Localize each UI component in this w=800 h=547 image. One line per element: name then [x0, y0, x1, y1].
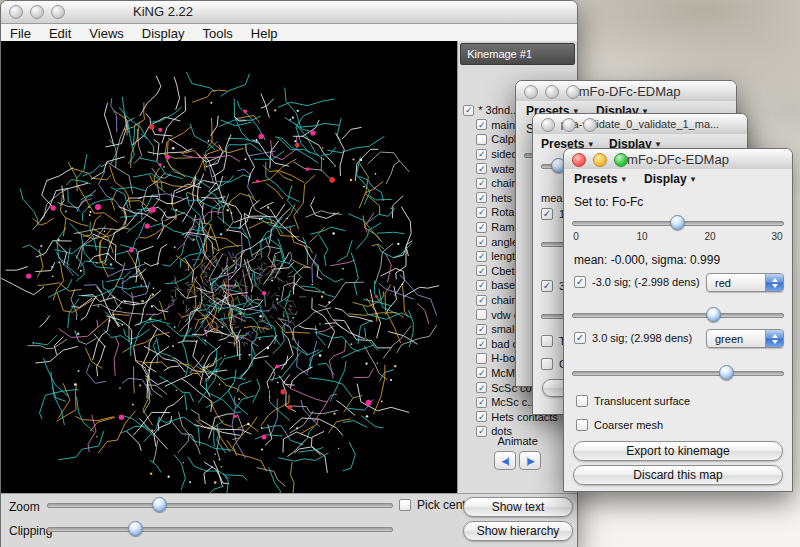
main-window-titlebar[interactable]: KiNG 2.22 [1, 1, 577, 24]
zoom-slider[interactable] [47, 497, 393, 511]
high-contour-checkbox[interactable]: ✓ [541, 280, 553, 292]
kinemage-item-checkbox[interactable]: ✓ [476, 192, 487, 203]
slider-track[interactable] [572, 313, 784, 318]
slider-thumb[interactable] [719, 365, 734, 380]
low-contour-option[interactable]: ✓ 1 [541, 208, 565, 220]
menu-tools[interactable]: Tools [193, 24, 241, 42]
coarser-mesh-checkbox[interactable] [541, 358, 553, 370]
menu-display[interactable]: Display [133, 24, 194, 42]
minimize-button[interactable] [545, 85, 559, 99]
kinemage-item-checkbox[interactable] [476, 134, 487, 145]
kinemage-item-checkbox[interactable]: ✓ [476, 163, 487, 174]
low-contour-checkbox[interactable]: ✓ [541, 208, 553, 220]
kinemage-item-checkbox[interactable]: ✓ [476, 207, 487, 218]
kinemage-item-checkbox[interactable]: ✓ [476, 411, 487, 422]
zoom-slider-thumb[interactable] [152, 497, 167, 512]
high-contour-option[interactable]: ✓ 3.0 sig; (2.998 dens) [574, 332, 692, 344]
clipping-label: Clipping [9, 524, 52, 538]
kinemage-item-checkbox[interactable]: ✓ [476, 397, 487, 408]
window-titlebar[interactable]: mFo-DFc-EDMap [564, 149, 792, 170]
display-menu[interactable]: Display ▾ [644, 172, 695, 186]
close-button[interactable] [9, 5, 23, 19]
animate-section: Animate ◀| |▶ [458, 435, 577, 470]
window-titlebar[interactable]: pka-validate_0_validate_1_ma... [533, 114, 747, 135]
kinemage-item-checkbox[interactable]: ✓ [476, 222, 487, 233]
low-contour-option[interactable]: ✓ -3.0 sig; (-2.998 dens) [574, 276, 700, 288]
zoom-label: Zoom [9, 500, 40, 514]
low-contour-checkbox[interactable]: ✓ [574, 276, 586, 288]
kinemage-item-checkbox[interactable]: ✓ [476, 178, 487, 189]
low-contour-label: -3.0 sig; (-2.998 dens) [592, 276, 700, 288]
discard-map-button[interactable]: Discard this map [573, 465, 783, 485]
slider-track[interactable] [572, 371, 784, 376]
window-content: Presets ▾ Display ▾ Set to: Fo-Fc 0 10 2… [564, 169, 792, 491]
zoom-button[interactable] [566, 85, 580, 99]
menu-help[interactable]: Help [242, 24, 287, 42]
molecule-canvas[interactable] [1, 41, 457, 493]
kinemage-item-checkbox[interactable]: ✓ [476, 265, 487, 276]
translucent-option[interactable]: Translucent surface [576, 395, 690, 407]
show-hierarchy-button[interactable]: Show hierarchy [463, 521, 573, 541]
window-controls [533, 118, 597, 132]
close-button[interactable] [541, 118, 555, 132]
menu-views[interactable]: Views [80, 24, 132, 42]
zoom-button[interactable] [51, 5, 65, 19]
minimize-button[interactable] [593, 153, 607, 167]
kinemage-item-checkbox[interactable]: ✓ [463, 105, 474, 116]
clipping-slider-track[interactable] [47, 527, 393, 532]
window-controls [1, 5, 65, 19]
low-contour-slider[interactable] [572, 307, 784, 321]
clipping-slider-thumb[interactable] [128, 521, 143, 536]
kinemage-item-checkbox[interactable]: ✓ [476, 324, 487, 335]
show-text-button[interactable]: Show text [463, 497, 573, 517]
pick-center-checkbox[interactable] [399, 499, 411, 511]
high-contour-option[interactable]: ✓ 3 [541, 280, 565, 292]
zoom-button[interactable] [614, 153, 628, 167]
slider-thumb[interactable] [706, 307, 721, 322]
translucent-label: Translucent surface [594, 395, 690, 407]
minimize-button[interactable] [562, 118, 576, 132]
coarser-mesh-checkbox[interactable] [576, 419, 588, 431]
translucent-checkbox[interactable] [576, 395, 588, 407]
king-main-window: KiNG 2.22 File Edit Views Display Tools … [0, 0, 578, 547]
kinemage-item-checkbox[interactable]: ✓ [476, 251, 487, 262]
slider-thumb[interactable] [670, 215, 685, 230]
kinemage-item-checkbox[interactable] [476, 353, 487, 364]
zoom-button[interactable] [583, 118, 597, 132]
clipping-slider[interactable] [47, 521, 393, 535]
kinemage-item-label: McSc c... [491, 396, 536, 408]
map-level-slider[interactable] [572, 215, 784, 229]
export-to-kinemage-button[interactable]: Export to kinemage [573, 441, 783, 461]
close-button[interactable] [524, 85, 538, 99]
minimize-button[interactable] [30, 5, 44, 19]
kinemage-item-checkbox[interactable]: ✓ [476, 367, 487, 378]
animate-step-back-button[interactable]: ◀| [494, 451, 516, 470]
kinemage-item-checkbox[interactable] [476, 309, 487, 320]
high-contour-color-value: green [715, 333, 743, 345]
menu-edit[interactable]: Edit [40, 24, 80, 42]
low-contour-color-select[interactable]: red [706, 273, 784, 292]
coarser-mesh-option[interactable]: Coarser mesh [576, 419, 663, 431]
kinemage-item-checkbox[interactable]: ✓ [476, 338, 487, 349]
translucent-checkbox[interactable] [541, 335, 553, 347]
popup-stepper-icon [765, 330, 783, 347]
high-contour-checkbox[interactable]: ✓ [574, 332, 586, 344]
map-stats-text: mean: -0.000, sigma: 0.999 [574, 253, 720, 267]
animate-step-forward-button[interactable]: |▶ [519, 451, 541, 470]
display-menu-label: Display [644, 172, 687, 186]
chevron-down-icon: ▾ [621, 174, 626, 184]
kinemage-item-checkbox[interactable]: ✓ [476, 280, 487, 291]
menu-file[interactable]: File [1, 24, 40, 42]
kinemage-selector[interactable]: Kinemage #1 [460, 43, 575, 65]
window-titlebar[interactable]: 2mFo-DFc-EDMap [516, 81, 736, 102]
close-button[interactable] [572, 153, 586, 167]
presets-menu[interactable]: Presets ▾ [574, 172, 626, 186]
high-contour-color-select[interactable]: green [706, 329, 784, 348]
kinemage-item-checkbox[interactable]: ✓ [476, 119, 487, 130]
kinemage-item-checkbox[interactable]: ✓ [476, 149, 487, 160]
kinemage-item-checkbox[interactable]: ✓ [476, 236, 487, 247]
zoom-slider-track[interactable] [47, 503, 393, 508]
high-contour-slider[interactable] [572, 365, 784, 379]
kinemage-item-checkbox[interactable]: ✓ [476, 295, 487, 306]
kinemage-item-checkbox[interactable]: ✓ [476, 382, 487, 393]
